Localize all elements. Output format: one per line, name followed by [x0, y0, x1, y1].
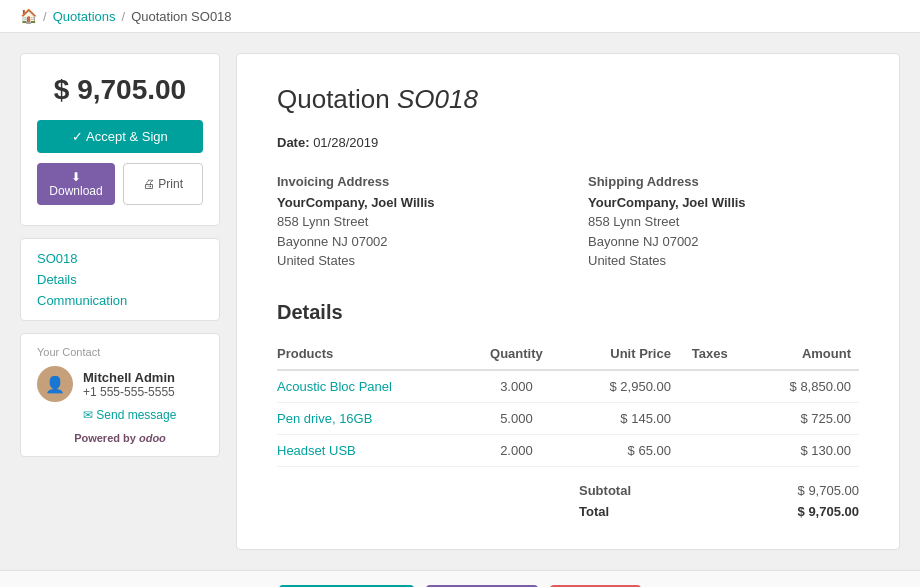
order-table: Products Quantity Unit Price Taxes Amoun… [277, 340, 859, 467]
contact-phone: +1 555-555-5555 [83, 385, 175, 399]
accept-sign-button-sidebar[interactable]: ✓ Accept & Sign [37, 120, 203, 153]
shipping-label: Shipping Address [588, 174, 859, 189]
download-button[interactable]: ⬇ Download [37, 163, 115, 205]
product-link[interactable]: Pen drive, 16GB [277, 411, 372, 426]
meta-date: Date: 01/28/2019 [277, 135, 859, 150]
unit-price-cell: $ 65.00 [569, 434, 679, 466]
quantity-cell: 3.000 [472, 370, 568, 403]
invoicing-label: Invoicing Address [277, 174, 548, 189]
amount-cell: $ 8,850.00 [749, 370, 859, 403]
quantity-cell: 2.000 [472, 434, 568, 466]
nav-link-so018[interactable]: SO018 [37, 251, 203, 266]
content-area: $ 9,705.00 ✓ Accept & Sign ⬇ Download 🖨 … [20, 53, 900, 550]
breadcrumb-quotations[interactable]: Quotations [53, 9, 116, 24]
home-icon[interactable]: 🏠 [20, 8, 37, 24]
col-taxes: Taxes [679, 340, 749, 370]
invoicing-line1: 858 Lynn Street [277, 212, 548, 232]
total-label: Total [579, 504, 609, 519]
taxes-cell [679, 370, 749, 403]
details-title: Details [277, 301, 859, 324]
shipping-country: United States [588, 251, 859, 271]
shipping-company: YourCompany, Joel Willis [588, 195, 859, 210]
subtotal-row: Subtotal $ 9,705.00 [579, 483, 859, 498]
quantity-cell: 5.000 [472, 402, 568, 434]
price-box: $ 9,705.00 ✓ Accept & Sign ⬇ Download 🖨 … [20, 53, 220, 226]
sidebar-nav: SO018 Details Communication [20, 238, 220, 321]
table-row: Headset USB 2.000 $ 65.00 $ 130.00 [277, 434, 859, 466]
product-link[interactable]: Acoustic Bloc Panel [277, 379, 392, 394]
print-button[interactable]: 🖨 Print [123, 163, 203, 205]
col-quantity: Quantity [472, 340, 568, 370]
total-value: $ 9,705.00 [798, 504, 859, 519]
product-cell: Acoustic Bloc Panel [277, 370, 472, 403]
avatar: 👤 [37, 366, 73, 402]
col-amount: Amount [749, 340, 859, 370]
contact-name: Mitchell Admin [83, 370, 175, 385]
table-row: Acoustic Bloc Panel 3.000 $ 2,950.00 $ 8… [277, 370, 859, 403]
contact-info: 👤 Mitchell Admin +1 555-555-5555 [37, 366, 203, 402]
breadcrumb-current: Quotation SO018 [131, 9, 231, 24]
addresses: Invoicing Address YourCompany, Joel Will… [277, 174, 859, 271]
breadcrumb: 🏠 / Quotations / Quotation SO018 [0, 0, 920, 33]
invoicing-company: YourCompany, Joel Willis [277, 195, 548, 210]
send-message-link[interactable]: ✉ Send message [37, 408, 203, 422]
quotation-title: Quotation SO018 [277, 84, 859, 115]
col-products: Products [277, 340, 472, 370]
contact-label: Your Contact [37, 346, 203, 358]
unit-price-cell: $ 2,950.00 [569, 370, 679, 403]
col-unit-price: Unit Price [569, 340, 679, 370]
amount-cell: $ 130.00 [749, 434, 859, 466]
totals-section: Subtotal $ 9,705.00 Total $ 9,705.00 [277, 483, 859, 519]
contact-box: Your Contact 👤 Mitchell Admin +1 555-555… [20, 333, 220, 457]
taxes-cell [679, 402, 749, 434]
sidebar: $ 9,705.00 ✓ Accept & Sign ⬇ Download 🖨 … [20, 53, 220, 550]
shipping-address: Shipping Address YourCompany, Joel Willi… [588, 174, 859, 271]
invoicing-country: United States [277, 251, 548, 271]
main-wrapper: $ 9,705.00 ✓ Accept & Sign ⬇ Download 🖨 … [0, 33, 920, 570]
invoicing-line2: Bayonne NJ 07002 [277, 232, 548, 252]
bottom-bar: ✓ Accept & Sign ✉ Feedback ✕ Reject [0, 570, 920, 588]
nav-link-details[interactable]: Details [37, 272, 203, 287]
price-amount: $ 9,705.00 [37, 74, 203, 106]
table-row: Pen drive, 16GB 5.000 $ 145.00 $ 725.00 [277, 402, 859, 434]
product-cell: Pen drive, 16GB [277, 402, 472, 434]
subtotal-label: Subtotal [579, 483, 631, 498]
product-link[interactable]: Headset USB [277, 443, 356, 458]
invoicing-address: Invoicing Address YourCompany, Joel Will… [277, 174, 548, 271]
nav-link-communication[interactable]: Communication [37, 293, 203, 308]
document-panel: Quotation SO018 Date: 01/28/2019 Invoici… [236, 53, 900, 550]
amount-cell: $ 725.00 [749, 402, 859, 434]
taxes-cell [679, 434, 749, 466]
shipping-line2: Bayonne NJ 07002 [588, 232, 859, 252]
subtotal-value: $ 9,705.00 [798, 483, 859, 498]
total-row: Total $ 9,705.00 [579, 504, 859, 519]
shipping-line1: 858 Lynn Street [588, 212, 859, 232]
product-cell: Headset USB [277, 434, 472, 466]
unit-price-cell: $ 145.00 [569, 402, 679, 434]
powered-by: Powered by odoo [37, 432, 203, 444]
action-buttons: ⬇ Download 🖨 Print [37, 163, 203, 205]
